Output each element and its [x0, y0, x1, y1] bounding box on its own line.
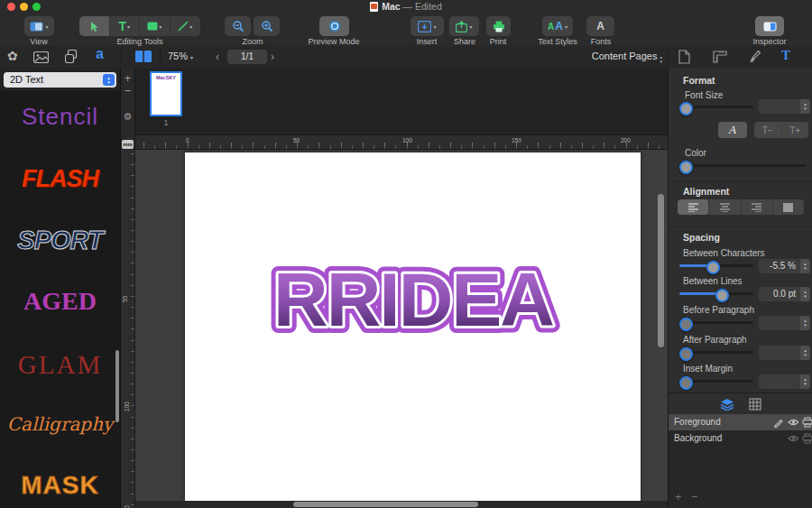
decrease-text-button[interactable]: T− — [754, 125, 782, 135]
titlebar: Mac — Edited — [0, 0, 812, 13]
layer-row-background[interactable]: Background — [669, 430, 812, 447]
inspector-tab-document[interactable] — [678, 50, 690, 68]
zoom-in-button[interactable] — [254, 16, 280, 36]
text-tool-button[interactable]: T ▾ — [110, 16, 141, 36]
layers-stack-icon[interactable] — [720, 398, 734, 411]
page-indicator: 1/1 — [227, 50, 267, 64]
text-styles-button[interactable]: AA ▾ — [542, 16, 573, 36]
after-paragraph-slider[interactable] — [679, 347, 753, 357]
between-lines-value[interactable]: 0.0 pt — [759, 287, 800, 301]
document-state: — Edited — [403, 1, 442, 12]
content-pages-dropdown[interactable]: Content Pages▴▾ — [568, 51, 662, 64]
after-paragraph-stepper[interactable]: ▴▾ — [800, 346, 810, 360]
tab-images[interactable] — [33, 51, 49, 67]
inset-margin-stepper[interactable]: ▴▾ — [800, 374, 810, 389]
select-tool-button[interactable] — [79, 16, 110, 36]
fonts-button[interactable]: A — [586, 16, 614, 36]
visibility-eye-icon[interactable] — [788, 417, 798, 428]
preset-item[interactable]: FLASH — [0, 165, 120, 193]
between-characters-value[interactable]: -5.5 % — [759, 259, 800, 273]
after-paragraph-label: After Paragraph — [683, 335, 747, 345]
color-slider[interactable] — [679, 161, 806, 171]
v-ruler-mark: 50 — [122, 296, 128, 302]
share-button[interactable]: ▾ — [449, 16, 479, 36]
between-characters-stepper[interactable]: ▴▾ — [800, 259, 810, 273]
preview-mode-label: Preview Mode — [289, 37, 379, 46]
print-button[interactable] — [486, 16, 511, 36]
page-thumbnail-text: MacSKY — [152, 75, 180, 80]
next-page-button[interactable]: › — [271, 50, 274, 64]
after-paragraph-value[interactable] — [759, 346, 800, 360]
settings-gear-button[interactable]: ⚙ — [121, 111, 134, 123]
print-layer-icon[interactable] — [802, 417, 812, 428]
align-left-button[interactable] — [678, 199, 709, 215]
align-justify-button[interactable] — [773, 199, 804, 215]
h-ruler-mark: 50 — [293, 137, 300, 143]
before-paragraph-stepper[interactable]: ▴▾ — [800, 316, 810, 330]
tab-clipart[interactable]: ✿ — [7, 49, 18, 63]
remove-preset-button[interactable]: − — [121, 84, 134, 97]
before-paragraph-value[interactable] — [759, 316, 800, 330]
gear-icon: ⚙ — [124, 111, 133, 122]
font-size-stepper[interactable]: ▴▾ — [800, 99, 810, 114]
between-lines-stepper[interactable]: ▴▾ — [800, 287, 810, 301]
inspector-tab-text[interactable]: T — [781, 48, 790, 63]
line-tool-button[interactable]: ▾ — [171, 16, 201, 36]
style-category-dropdown[interactable]: 2D Text ▴▾ — [4, 72, 116, 88]
preview-mode-button[interactable] — [319, 16, 349, 36]
preset-item[interactable]: SPORT — [0, 226, 120, 255]
layers-tab-bar — [669, 393, 812, 414]
italic-style-button[interactable]: A — [718, 122, 747, 138]
between-lines-slider[interactable] — [679, 289, 753, 299]
print-layer-icon[interactable] — [802, 433, 812, 444]
visibility-eye-icon[interactable] — [788, 433, 798, 444]
preset-item[interactable]: Calligraphy — [0, 413, 120, 435]
preset-item[interactable]: AGED — [0, 287, 120, 316]
inspector-tab-style[interactable] — [749, 50, 761, 67]
inspector-button[interactable] — [755, 16, 784, 36]
editing-tools-label: Editing Tools — [79, 37, 200, 46]
view-button[interactable]: ▾ — [24, 16, 54, 36]
remove-layer-button[interactable]: − — [691, 490, 698, 503]
prev-page-button[interactable]: ‹ — [216, 50, 219, 64]
canvas-horizontal-scrollbar[interactable] — [293, 502, 478, 507]
inset-margin-label: Inset Margin — [683, 364, 733, 374]
grid-icon[interactable] — [749, 398, 761, 411]
font-size-slider[interactable] — [679, 102, 753, 112]
insert-button[interactable]: ▾ — [411, 16, 444, 36]
add-preset-button[interactable]: + — [121, 71, 134, 85]
italic-a-icon: A — [729, 123, 736, 137]
zoom-level-dropdown[interactable]: 75% ▾ — [168, 51, 193, 61]
shape-tool-button[interactable]: ▾ — [140, 16, 171, 36]
printer-icon — [493, 21, 505, 32]
inset-margin-slider[interactable] — [679, 376, 753, 386]
sidebar-scrollbar[interactable] — [115, 350, 119, 422]
document-page[interactable]: RRIDEA RRIDEA RRIDEA — [185, 152, 641, 501]
edit-pencil-icon[interactable] — [773, 417, 784, 428]
inset-margin-value[interactable] — [759, 374, 800, 389]
tab-shapes[interactable] — [65, 50, 78, 67]
preset-item[interactable]: Stencil — [0, 103, 120, 131]
increase-text-button[interactable]: T+ — [782, 125, 809, 135]
facing-pages-button[interactable] — [134, 50, 152, 67]
canvas[interactable]: RRIDEA RRIDEA RRIDEA — [135, 150, 668, 501]
page-thumbnail[interactable]: MacSKY — [150, 71, 182, 116]
preset-item[interactable]: GLAM — [0, 350, 120, 380]
tab-text-styles[interactable]: a — [96, 46, 104, 62]
layer-row-foreground[interactable]: Foreground — [669, 414, 812, 430]
font-size-value[interactable] — [759, 99, 800, 114]
chevron-down-icon: ▾ — [190, 55, 193, 60]
zoom-out-button[interactable] — [225, 16, 251, 36]
inspector-tab-layout[interactable] — [713, 51, 727, 67]
zoom-label: Zoom — [221, 37, 284, 46]
document-name: Mac — [382, 1, 400, 12]
align-right-button[interactable] — [742, 199, 773, 215]
add-layer-button[interactable]: + — [675, 490, 682, 503]
align-center-button[interactable] — [709, 199, 741, 215]
canvas-vertical-scrollbar[interactable] — [658, 194, 664, 347]
shapes-icon — [65, 50, 78, 63]
preset-item[interactable]: MASK — [0, 471, 120, 500]
between-characters-slider[interactable] — [679, 261, 753, 271]
artwork-text[interactable]: RRIDEA RRIDEA RRIDEA — [243, 250, 584, 351]
before-paragraph-slider[interactable] — [679, 318, 753, 328]
